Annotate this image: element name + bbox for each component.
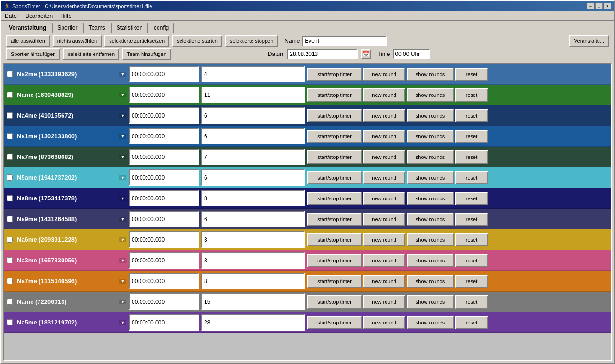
athlete-dropdown-3[interactable]: ▼ [119, 134, 126, 139]
timer-display-5[interactable] [129, 169, 199, 186]
rounds-display-3[interactable] [201, 128, 305, 144]
reset-button-5[interactable]: reset [455, 171, 488, 184]
checkbox-5[interactable] [7, 174, 13, 181]
start-stop-button-10[interactable]: start/stop timer [308, 275, 362, 288]
athlete-dropdown-12[interactable]: ▼ [119, 320, 126, 325]
reset-button-10[interactable]: reset [455, 275, 488, 288]
start-stop-button-7[interactable]: start/stop timer [308, 213, 362, 226]
reset-button-4[interactable]: reset [455, 150, 488, 164]
row-checkbox-4[interactable] [4, 147, 15, 167]
start-selected-button[interactable]: selektierte starten [172, 35, 222, 47]
athlete-dropdown-10[interactable]: ▼ [119, 279, 126, 284]
tab-config[interactable]: config [149, 23, 174, 33]
start-stop-button-6[interactable]: start/stop timer [308, 192, 362, 205]
reset-button-9[interactable]: reset [455, 254, 488, 267]
row-checkbox-9[interactable] [4, 250, 15, 270]
timer-display-12[interactable] [129, 314, 199, 331]
reset-selected-button[interactable]: selektierte zurücksetzen [104, 35, 169, 47]
timer-display-7[interactable] [129, 211, 199, 227]
athlete-list-scroll[interactable]: Na2me (1333393629) ▼ start/stop timer ne… [4, 64, 611, 360]
remove-selected-button[interactable]: selektierte entfernen [63, 48, 119, 60]
checkbox-11[interactable] [7, 299, 13, 305]
add-team-button[interactable]: Team hinzufügen [122, 48, 171, 60]
show-rounds-button-6[interactable]: show rounds [407, 192, 454, 205]
start-stop-button-1[interactable]: start/stop timer [308, 88, 362, 102]
new-round-button-9[interactable]: new round [363, 254, 405, 267]
timer-display-4[interactable] [129, 149, 199, 165]
show-rounds-button-8[interactable]: show rounds [407, 233, 454, 246]
start-stop-button-8[interactable]: start/stop timer [308, 233, 362, 246]
show-rounds-button-9[interactable]: show rounds [407, 254, 454, 267]
start-stop-button-2[interactable]: start/stop timer [308, 109, 362, 122]
checkbox-2[interactable] [7, 112, 13, 119]
tab-sportler[interactable]: Sportler [52, 23, 82, 33]
show-rounds-button-12[interactable]: show rounds [407, 316, 454, 329]
new-round-button-11[interactable]: new round [363, 295, 405, 309]
athlete-dropdown-11[interactable]: ▼ [119, 300, 126, 304]
timer-display-2[interactable] [129, 107, 199, 124]
menu-bearbeiten[interactable]: Bearbeiten [24, 13, 55, 19]
reset-button-3[interactable]: reset [455, 130, 488, 143]
new-round-button-10[interactable]: new round [363, 275, 405, 288]
timer-display-1[interactable] [129, 87, 199, 103]
checkbox-3[interactable] [7, 133, 13, 139]
show-rounds-button-3[interactable]: show rounds [407, 130, 454, 143]
row-checkbox-2[interactable] [4, 105, 15, 126]
reset-button-0[interactable]: reset [455, 68, 488, 81]
start-stop-button-0[interactable]: start/stop timer [308, 68, 362, 81]
checkbox-1[interactable] [7, 92, 13, 98]
rounds-display-1[interactable] [201, 87, 305, 103]
timer-display-9[interactable] [129, 252, 199, 269]
reset-button-7[interactable]: reset [455, 213, 488, 226]
checkbox-9[interactable] [7, 257, 13, 263]
start-stop-button-11[interactable]: start/stop timer [308, 295, 362, 309]
rounds-display-7[interactable] [201, 211, 305, 227]
row-checkbox-1[interactable] [4, 85, 15, 105]
tab-statistiken[interactable]: Statistiken [111, 23, 148, 33]
stop-selected-button[interactable]: selektierte stoppen [225, 35, 278, 47]
start-stop-button-12[interactable]: start/stop timer [308, 316, 362, 329]
checkbox-12[interactable] [7, 319, 13, 325]
add-athlete-button[interactable]: Sportler hinzufügen [6, 48, 60, 60]
checkbox-7[interactable] [7, 216, 13, 222]
timer-display-6[interactable] [129, 190, 199, 206]
show-rounds-button-10[interactable]: show rounds [407, 275, 454, 288]
start-stop-button-9[interactable]: start/stop timer [308, 254, 362, 267]
timer-display-10[interactable] [129, 273, 199, 289]
row-checkbox-6[interactable] [4, 188, 15, 208]
rounds-display-8[interactable] [201, 231, 305, 248]
menu-datei[interactable]: Datei [3, 13, 20, 19]
tab-veranstaltung[interactable]: Veranstaltung [4, 23, 51, 33]
new-round-button-8[interactable]: new round [363, 233, 405, 246]
timer-display-3[interactable] [129, 128, 199, 144]
row-checkbox-8[interactable] [4, 229, 15, 250]
close-button[interactable]: ✕ [604, 3, 611, 9]
show-rounds-button-11[interactable]: show rounds [407, 295, 454, 309]
reset-button-12[interactable]: reset [455, 316, 488, 329]
reset-button-6[interactable]: reset [455, 192, 488, 205]
checkbox-0[interactable] [7, 71, 13, 77]
show-rounds-button-4[interactable]: show rounds [407, 150, 454, 164]
show-rounds-button-7[interactable]: show rounds [407, 213, 454, 226]
rounds-display-11[interactable] [201, 293, 305, 310]
athlete-dropdown-5[interactable]: ▼ [119, 175, 126, 180]
timer-display-8[interactable] [129, 231, 199, 248]
checkbox-6[interactable] [7, 195, 13, 201]
rounds-display-12[interactable] [201, 314, 305, 331]
show-rounds-button-1[interactable]: show rounds [407, 88, 454, 102]
new-round-button-6[interactable]: new round [363, 192, 405, 205]
new-round-button-1[interactable]: new round [363, 88, 405, 102]
new-round-button-12[interactable]: new round [363, 316, 405, 329]
select-all-button[interactable]: alle auswählen [6, 35, 50, 47]
athlete-dropdown-6[interactable]: ▼ [119, 196, 126, 201]
new-round-button-7[interactable]: new round [363, 213, 405, 226]
maximize-button[interactable]: □ [595, 3, 603, 9]
row-checkbox-0[interactable] [4, 64, 15, 84]
rounds-display-2[interactable] [201, 107, 305, 124]
timer-display-0[interactable] [129, 66, 199, 82]
start-stop-button-5[interactable]: start/stop timer [308, 171, 362, 184]
athlete-dropdown-0[interactable]: ▼ [119, 72, 126, 77]
row-checkbox-7[interactable] [4, 209, 15, 229]
new-round-button-2[interactable]: new round [363, 109, 405, 122]
rounds-display-9[interactable] [201, 252, 305, 269]
